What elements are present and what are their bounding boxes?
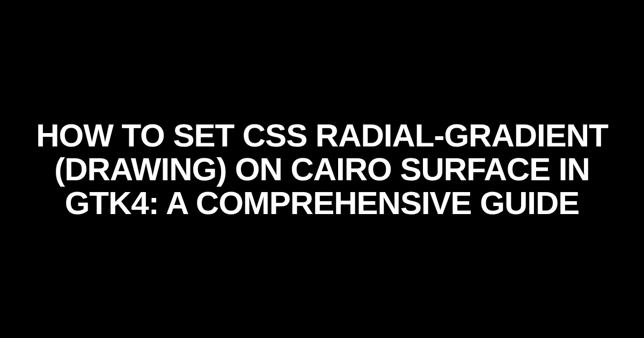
page-title: How to Set CSS Radial-Gradient (Drawing)… (32, 119, 612, 220)
title-container: How to Set CSS Radial-Gradient (Drawing)… (0, 119, 644, 220)
